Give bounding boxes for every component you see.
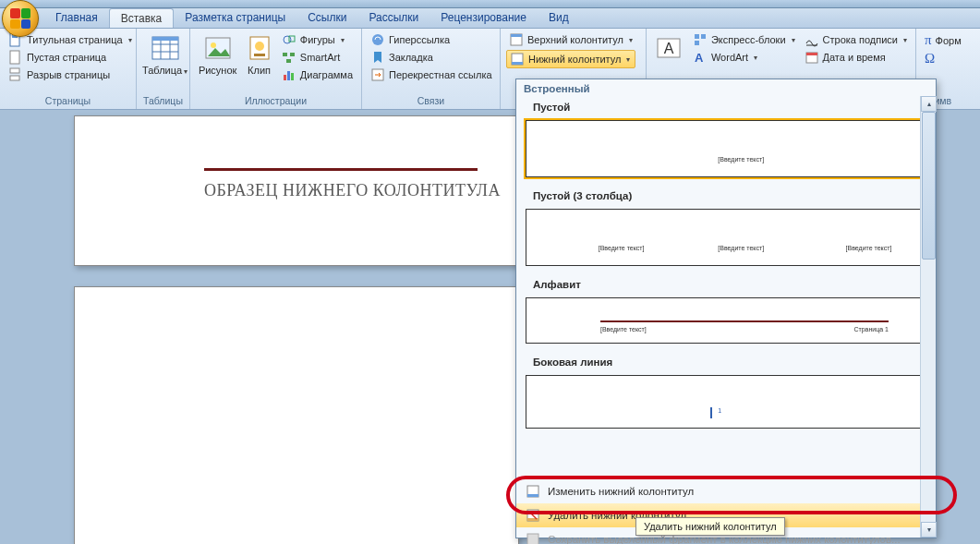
- chart-button[interactable]: Диаграмма: [279, 66, 356, 83]
- svg-rect-3: [10, 68, 19, 73]
- svg-rect-40: [527, 494, 538, 497]
- tab-refs[interactable]: Ссылки: [296, 8, 357, 28]
- scroll-thumb[interactable]: [922, 112, 936, 260]
- pi-icon: π: [925, 32, 932, 48]
- tab-mail[interactable]: Рассылки: [357, 8, 430, 28]
- office-button[interactable]: [2, 0, 39, 37]
- svg-rect-29: [512, 62, 523, 65]
- gallery-section-empty: Пустой: [524, 98, 928, 116]
- tab-layout[interactable]: Разметка страницы: [174, 8, 296, 28]
- quickparts-icon: [693, 32, 708, 47]
- edit-footer-label: Изменить нижний колонтитул: [548, 486, 694, 497]
- datetime-label: Дата и время: [823, 52, 886, 63]
- bookmark-label: Закладка: [389, 52, 433, 63]
- table-button[interactable]: Таблица: [142, 31, 188, 76]
- page-break-icon: [8, 67, 23, 82]
- svg-rect-18: [283, 53, 287, 56]
- sigline-button[interactable]: Строка подписи: [802, 31, 910, 48]
- footer-preset-empty3[interactable]: [Введите текст] [Введите текст] [Введите…: [526, 209, 926, 266]
- symbol-button[interactable]: Ω: [922, 50, 964, 67]
- smartart-label: SmartArt: [300, 52, 340, 63]
- textbox-icon: A: [654, 33, 684, 63]
- picture-button[interactable]: Рисунок: [196, 31, 239, 76]
- gallery-scrollbar[interactable]: ▴ ▾: [920, 96, 936, 538]
- datetime-button[interactable]: Дата и время: [802, 49, 910, 66]
- tooltip: Удалить нижний колонтитул: [635, 517, 785, 536]
- footer-button[interactable]: Нижний колонтитул: [506, 50, 635, 68]
- svg-rect-44: [527, 534, 538, 544]
- footer-preset-empty[interactable]: [Введите текст]: [526, 120, 926, 177]
- clip-icon: [245, 33, 274, 63]
- svg-rect-2: [10, 51, 19, 64]
- wordart-button[interactable]: A WordArt: [690, 49, 798, 66]
- page-break-label: Разрыв страницы: [27, 69, 110, 80]
- sigline-icon: [805, 32, 819, 47]
- shapes-button[interactable]: Фигуры: [279, 31, 356, 48]
- footer-gallery: Встроенный Пустой [Введите текст] Пустой…: [515, 79, 937, 538]
- shapes-icon: [282, 32, 296, 47]
- chart-icon: [282, 67, 296, 82]
- tab-home[interactable]: Главная: [44, 8, 109, 28]
- group-links-title: Связи: [368, 94, 494, 108]
- header-button[interactable]: Верхний колонтитул: [506, 31, 635, 48]
- clip-label: Клип: [248, 65, 271, 76]
- equation-label: Форм: [936, 35, 962, 46]
- svg-rect-22: [287, 71, 290, 80]
- edit-footer-item[interactable]: Изменить нижний колонтитул: [516, 479, 936, 503]
- svg-text:A: A: [664, 41, 674, 56]
- svg-rect-4: [10, 76, 19, 80]
- ribbon-tabs: Главная Вставка Разметка страницы Ссылки…: [0, 8, 980, 29]
- svg-rect-15: [254, 54, 265, 56]
- svg-rect-33: [701, 34, 706, 39]
- remove-icon: [526, 508, 540, 523]
- svg-rect-23: [291, 73, 294, 80]
- svg-rect-38: [806, 53, 817, 55]
- smartart-icon: [282, 50, 296, 65]
- svg-rect-10: [152, 37, 178, 41]
- blank-page-button[interactable]: Пустая страница: [6, 49, 135, 66]
- omega-icon: Ω: [925, 51, 935, 66]
- crossref-button[interactable]: Перекрестная ссылка: [368, 66, 495, 83]
- table-label: Таблица: [142, 65, 188, 76]
- edit-icon: [526, 484, 540, 499]
- quickparts-button[interactable]: Экспресс-блоки: [690, 31, 798, 48]
- svg-rect-21: [284, 75, 286, 80]
- gallery-section-alpha: Алфавит: [524, 275, 928, 294]
- textbox-button[interactable]: A: [652, 31, 686, 65]
- picture-icon: [203, 33, 233, 63]
- tab-review[interactable]: Рецензирование: [430, 8, 538, 28]
- page-2[interactable]: [74, 286, 519, 544]
- footer-icon: [510, 52, 525, 66]
- datetime-icon: [805, 50, 819, 65]
- gallery-section-empty3: Пустой (3 столбца): [524, 187, 928, 205]
- hyperlink-icon: [370, 32, 385, 47]
- tab-insert[interactable]: Вставка: [109, 8, 175, 28]
- smartart-button[interactable]: SmartArt: [279, 49, 356, 66]
- save-icon: [526, 532, 540, 544]
- crossref-label: Перекрестная ссылка: [389, 69, 492, 80]
- crossref-icon: [370, 67, 385, 82]
- equation-button[interactable]: π Форм: [922, 31, 964, 49]
- shapes-label: Фигуры: [300, 34, 335, 45]
- tab-view[interactable]: Вид: [538, 8, 580, 28]
- scroll-down-button[interactable]: ▾: [921, 522, 937, 538]
- page-1[interactable]: ОБРАЗЕЦ НИЖНЕГО КОЛОНТИТУЛА: [74, 115, 519, 266]
- scroll-up-button[interactable]: ▴: [921, 96, 937, 112]
- footer-preset-alpha[interactable]: [Введите текст] Страница 1: [526, 297, 926, 344]
- hyperlink-button[interactable]: Гиперссылка: [368, 31, 495, 48]
- wordart-label: WordArt: [711, 52, 748, 63]
- table-icon: [151, 33, 180, 63]
- footer-preset-sideline[interactable]: 1: [526, 375, 926, 429]
- cover-page-label: Титульная страница: [27, 34, 123, 45]
- group-pages-title: Страницы: [6, 94, 130, 108]
- quickparts-label: Экспресс-блоки: [711, 34, 786, 45]
- sigline-label: Строка подписи: [823, 34, 898, 45]
- page-break-button[interactable]: Разрыв страницы: [6, 66, 135, 83]
- svg-rect-20: [286, 59, 291, 63]
- hyperlink-label: Гиперссылка: [389, 34, 450, 45]
- bookmark-button[interactable]: Закладка: [368, 49, 495, 66]
- document-heading: ОБРАЗЕЦ НИЖНЕГО КОЛОНТИТУЛА: [204, 181, 501, 200]
- picture-label: Рисунок: [199, 65, 237, 76]
- group-tables-title: Таблицы: [142, 94, 184, 108]
- clip-button[interactable]: Клип: [243, 31, 275, 76]
